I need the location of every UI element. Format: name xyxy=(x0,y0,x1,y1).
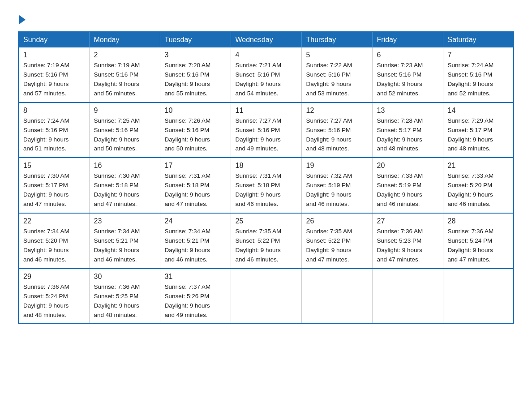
calendar-header-friday: Friday xyxy=(372,32,443,47)
calendar-cell: 7 Sunrise: 7:24 AMSunset: 5:16 PMDayligh… xyxy=(443,47,514,103)
day-info: Sunrise: 7:31 AMSunset: 5:18 PMDaylight:… xyxy=(165,172,211,207)
day-number: 20 xyxy=(377,162,438,170)
calendar-cell: 28 Sunrise: 7:36 AMSunset: 5:24 PMDaylig… xyxy=(443,213,514,269)
day-info: Sunrise: 7:19 AMSunset: 5:16 PMDaylight:… xyxy=(23,62,69,97)
day-number: 18 xyxy=(236,162,297,170)
calendar-cell: 1 Sunrise: 7:19 AMSunset: 5:16 PMDayligh… xyxy=(18,47,89,103)
day-info: Sunrise: 7:23 AMSunset: 5:16 PMDaylight:… xyxy=(377,62,423,97)
day-info: Sunrise: 7:28 AMSunset: 5:17 PMDaylight:… xyxy=(377,117,423,152)
calendar-cell: 14 Sunrise: 7:29 AMSunset: 5:17 PMDaylig… xyxy=(443,103,514,158)
logo xyxy=(18,13,26,22)
day-number: 10 xyxy=(165,107,226,115)
day-number: 27 xyxy=(377,217,438,225)
day-info: Sunrise: 7:37 AMSunset: 5:26 PMDaylight:… xyxy=(165,283,211,318)
calendar-cell: 26 Sunrise: 7:35 AMSunset: 5:22 PMDaylig… xyxy=(301,213,372,269)
day-info: Sunrise: 7:22 AMSunset: 5:16 PMDaylight:… xyxy=(306,62,352,97)
day-number: 2 xyxy=(94,51,155,59)
calendar-header-row: SundayMondayTuesdayWednesdayThursdayFrid… xyxy=(18,32,514,47)
day-info: Sunrise: 7:36 AMSunset: 5:24 PMDaylight:… xyxy=(23,283,69,318)
day-number: 3 xyxy=(165,51,226,59)
calendar-cell: 4 Sunrise: 7:21 AMSunset: 5:16 PMDayligh… xyxy=(231,47,301,103)
day-number: 9 xyxy=(94,107,155,115)
day-info: Sunrise: 7:32 AMSunset: 5:19 PMDaylight:… xyxy=(306,172,352,207)
day-number: 14 xyxy=(448,107,509,115)
day-number: 11 xyxy=(236,107,297,115)
calendar-cell xyxy=(443,269,514,324)
calendar-week-row: 29 Sunrise: 7:36 AMSunset: 5:24 PMDaylig… xyxy=(18,269,514,324)
calendar-cell: 27 Sunrise: 7:36 AMSunset: 5:23 PMDaylig… xyxy=(372,213,443,269)
day-number: 13 xyxy=(377,107,438,115)
calendar-table: SundayMondayTuesdayWednesdayThursdayFrid… xyxy=(18,31,514,324)
calendar-cell: 10 Sunrise: 7:26 AMSunset: 5:16 PMDaylig… xyxy=(160,103,231,158)
calendar-cell: 9 Sunrise: 7:25 AMSunset: 5:16 PMDayligh… xyxy=(89,103,160,158)
day-info: Sunrise: 7:27 AMSunset: 5:16 PMDaylight:… xyxy=(236,117,282,152)
calendar-cell: 12 Sunrise: 7:27 AMSunset: 5:16 PMDaylig… xyxy=(301,103,372,158)
day-number: 6 xyxy=(377,51,438,59)
calendar-header-monday: Monday xyxy=(89,32,160,47)
day-info: Sunrise: 7:36 AMSunset: 5:23 PMDaylight:… xyxy=(377,228,423,263)
calendar-cell: 31 Sunrise: 7:37 AMSunset: 5:26 PMDaylig… xyxy=(160,269,231,324)
day-info: Sunrise: 7:21 AMSunset: 5:16 PMDaylight:… xyxy=(236,62,282,97)
calendar-header-sunday: Sunday xyxy=(18,32,89,47)
day-number: 21 xyxy=(448,162,509,170)
calendar-cell: 16 Sunrise: 7:30 AMSunset: 5:18 PMDaylig… xyxy=(89,158,160,213)
day-number: 16 xyxy=(94,162,155,170)
calendar-cell: 29 Sunrise: 7:36 AMSunset: 5:24 PMDaylig… xyxy=(18,269,89,324)
day-info: Sunrise: 7:25 AMSunset: 5:16 PMDaylight:… xyxy=(94,117,140,152)
calendar-week-row: 1 Sunrise: 7:19 AMSunset: 5:16 PMDayligh… xyxy=(18,47,514,103)
calendar-cell: 8 Sunrise: 7:24 AMSunset: 5:16 PMDayligh… xyxy=(18,103,89,158)
calendar-cell: 19 Sunrise: 7:32 AMSunset: 5:19 PMDaylig… xyxy=(301,158,372,213)
day-info: Sunrise: 7:26 AMSunset: 5:16 PMDaylight:… xyxy=(165,117,211,152)
day-number: 31 xyxy=(165,273,226,281)
calendar-cell: 2 Sunrise: 7:19 AMSunset: 5:16 PMDayligh… xyxy=(89,47,160,103)
day-number: 17 xyxy=(165,162,226,170)
day-info: Sunrise: 7:34 AMSunset: 5:21 PMDaylight:… xyxy=(94,228,140,263)
day-info: Sunrise: 7:35 AMSunset: 5:22 PMDaylight:… xyxy=(306,228,352,263)
calendar-cell: 18 Sunrise: 7:31 AMSunset: 5:18 PMDaylig… xyxy=(231,158,301,213)
calendar-cell: 13 Sunrise: 7:28 AMSunset: 5:17 PMDaylig… xyxy=(372,103,443,158)
calendar-cell: 15 Sunrise: 7:30 AMSunset: 5:17 PMDaylig… xyxy=(18,158,89,213)
day-number: 7 xyxy=(448,51,509,59)
day-info: Sunrise: 7:19 AMSunset: 5:16 PMDaylight:… xyxy=(94,62,140,97)
day-number: 12 xyxy=(306,107,368,115)
logo-arrow-icon xyxy=(19,15,26,24)
day-info: Sunrise: 7:24 AMSunset: 5:16 PMDaylight:… xyxy=(448,62,494,97)
day-info: Sunrise: 7:36 AMSunset: 5:24 PMDaylight:… xyxy=(448,228,494,263)
calendar-week-row: 15 Sunrise: 7:30 AMSunset: 5:17 PMDaylig… xyxy=(18,158,514,213)
day-info: Sunrise: 7:27 AMSunset: 5:16 PMDaylight:… xyxy=(306,117,352,152)
calendar-cell: 11 Sunrise: 7:27 AMSunset: 5:16 PMDaylig… xyxy=(231,103,301,158)
calendar-cell: 3 Sunrise: 7:20 AMSunset: 5:16 PMDayligh… xyxy=(160,47,231,103)
day-number: 29 xyxy=(23,273,85,281)
calendar-week-row: 22 Sunrise: 7:34 AMSunset: 5:20 PMDaylig… xyxy=(18,213,514,269)
calendar-cell: 17 Sunrise: 7:31 AMSunset: 5:18 PMDaylig… xyxy=(160,158,231,213)
calendar-cell: 6 Sunrise: 7:23 AMSunset: 5:16 PMDayligh… xyxy=(372,47,443,103)
day-info: Sunrise: 7:30 AMSunset: 5:18 PMDaylight:… xyxy=(94,172,140,207)
day-info: Sunrise: 7:31 AMSunset: 5:18 PMDaylight:… xyxy=(236,172,282,207)
calendar-header-saturday: Saturday xyxy=(443,32,514,47)
calendar-cell: 21 Sunrise: 7:33 AMSunset: 5:20 PMDaylig… xyxy=(443,158,514,213)
day-number: 4 xyxy=(236,51,297,59)
day-number: 24 xyxy=(165,217,226,225)
calendar-cell: 23 Sunrise: 7:34 AMSunset: 5:21 PMDaylig… xyxy=(89,213,160,269)
calendar-header-wednesday: Wednesday xyxy=(231,32,301,47)
calendar-cell: 25 Sunrise: 7:35 AMSunset: 5:22 PMDaylig… xyxy=(231,213,301,269)
calendar-cell xyxy=(231,269,301,324)
day-info: Sunrise: 7:35 AMSunset: 5:22 PMDaylight:… xyxy=(236,228,282,263)
day-info: Sunrise: 7:30 AMSunset: 5:17 PMDaylight:… xyxy=(23,172,69,207)
day-number: 25 xyxy=(236,217,297,225)
day-number: 30 xyxy=(94,273,155,281)
day-info: Sunrise: 7:33 AMSunset: 5:19 PMDaylight:… xyxy=(377,172,423,207)
day-info: Sunrise: 7:20 AMSunset: 5:16 PMDaylight:… xyxy=(165,62,211,97)
calendar-header-thursday: Thursday xyxy=(301,32,372,47)
calendar-cell: 22 Sunrise: 7:34 AMSunset: 5:20 PMDaylig… xyxy=(18,213,89,269)
calendar-cell: 30 Sunrise: 7:36 AMSunset: 5:25 PMDaylig… xyxy=(89,269,160,324)
day-info: Sunrise: 7:33 AMSunset: 5:20 PMDaylight:… xyxy=(448,172,494,207)
calendar-cell: 5 Sunrise: 7:22 AMSunset: 5:16 PMDayligh… xyxy=(301,47,372,103)
day-info: Sunrise: 7:29 AMSunset: 5:17 PMDaylight:… xyxy=(448,117,494,152)
day-number: 8 xyxy=(23,107,85,115)
day-number: 23 xyxy=(94,217,155,225)
day-number: 26 xyxy=(306,217,368,225)
day-info: Sunrise: 7:34 AMSunset: 5:20 PMDaylight:… xyxy=(23,228,69,263)
day-info: Sunrise: 7:34 AMSunset: 5:21 PMDaylight:… xyxy=(165,228,211,263)
calendar-week-row: 8 Sunrise: 7:24 AMSunset: 5:16 PMDayligh… xyxy=(18,103,514,158)
